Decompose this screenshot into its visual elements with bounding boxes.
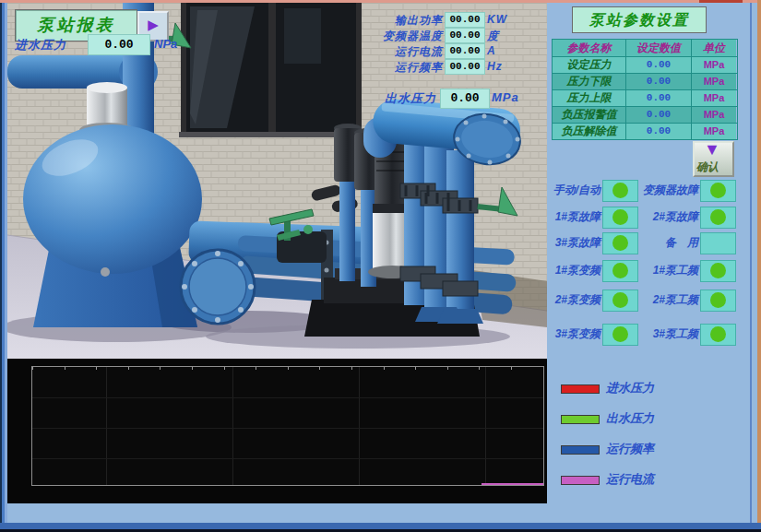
outlet-pressure-label: 出水压力 <box>326 90 436 107</box>
lamp-on <box>612 292 628 308</box>
settings-table: 参数名称 设定数值 单位 设定压力 0.00 MPa 压力下限 0.00 MPa… <box>552 39 738 140</box>
param-value[interactable]: 0.00 <box>626 74 692 89</box>
status-row: 3#泵变频 3#泵工频 <box>547 324 750 344</box>
param-name: 压力下限 <box>553 74 626 89</box>
trend-plot-area <box>31 366 544 486</box>
run-current-trace <box>482 483 543 485</box>
legend-swatch-current <box>561 476 600 485</box>
status-label-spare: 备 用 <box>636 232 698 253</box>
status-label-pump1-mains: 1#泵工频 <box>636 260 698 280</box>
settings-panel-title: 泵站参数设置 <box>572 6 707 33</box>
param-unit: MPa <box>692 90 736 106</box>
status-label-pump1-vfd: 1#泵变频 <box>547 260 600 280</box>
lamp-box-spare-empty <box>700 232 736 254</box>
status-label-vfd-fault: 变频器故障 <box>636 180 698 200</box>
lamp-on <box>710 263 726 278</box>
legend-item: 出水压力 <box>547 408 750 429</box>
table-row: 负压报警值 0.00 MPa <box>553 107 737 124</box>
lamp-box-pump1-vfd <box>602 260 638 282</box>
param-name: 压力上限 <box>553 90 626 106</box>
lamp-on <box>710 326 726 342</box>
lamp-box-pump3-mains <box>700 324 736 346</box>
param-unit: MPa <box>692 124 736 139</box>
lamp-on <box>612 326 628 342</box>
param-name: 负压报警值 <box>553 107 626 123</box>
lamp-on <box>612 235 628 251</box>
inlet-pressure-label: 进水压力 <box>15 37 66 53</box>
legend-label-frequency: 运行频率 <box>606 439 654 459</box>
param-value[interactable]: 0.00 <box>626 107 692 123</box>
lamp-on <box>612 183 628 198</box>
inverter-temp-label: 变频器温度 <box>332 29 443 44</box>
pipe-flange-cap <box>181 250 255 324</box>
inverter-temp-value: 00.00 <box>445 28 485 43</box>
lamp-box-pump3-vfd <box>602 324 638 346</box>
confirm-button-label: 确认 <box>696 160 719 175</box>
hmi-screen: 泵站报表 ▶ 进水压力 0.00 NPa 输出功率 00.00 KW 变频器温度… <box>0 0 761 532</box>
output-power-unit: KW <box>487 13 507 26</box>
lamp-box-pump1-mains <box>700 260 736 282</box>
legend-swatch-outlet <box>561 415 600 424</box>
table-row: 设定压力 0.00 MPa <box>553 57 737 74</box>
table-row: 压力上限 0.00 MPa <box>553 90 737 107</box>
status-label-pump3-vfd: 3#泵变频 <box>547 324 600 344</box>
param-unit: MPa <box>692 107 736 123</box>
legend-swatch-frequency <box>561 445 600 455</box>
run-current-unit: A <box>487 44 496 57</box>
status-label-pump2-vfd: 2#泵变频 <box>547 290 600 310</box>
discharge-pipes <box>400 139 483 324</box>
status-row: 3#泵故障 备 用 <box>547 232 750 253</box>
lamp-on <box>710 292 726 308</box>
param-value[interactable]: 0.00 <box>626 124 692 139</box>
status-label-pump2-fault: 2#泵故障 <box>636 207 698 227</box>
col-header-value: 设定数值 <box>626 40 692 56</box>
output-power-label: 输出功率 <box>332 13 443 29</box>
status-label-pump1-fault: 1#泵故障 <box>547 207 600 227</box>
lamp-box-pump3-fault <box>602 232 638 254</box>
col-header-unit: 单位 <box>692 40 736 56</box>
pressure-tank <box>23 124 202 274</box>
param-name: 设定压力 <box>553 57 626 73</box>
status-label-pump3-fault: 3#泵故障 <box>547 232 600 253</box>
status-label-manual-auto: 手动/自动 <box>547 180 600 200</box>
inlet-pressure-value: 0.00 <box>88 34 150 55</box>
legend-swatch-inlet <box>561 384 600 394</box>
output-power-value: 00.00 <box>445 12 485 28</box>
lamp-on <box>710 183 726 198</box>
run-frequency-unit: Hz <box>487 60 503 73</box>
run-frequency-value: 00.00 <box>445 59 485 75</box>
status-label-pump3-mains: 3#泵工频 <box>636 324 698 344</box>
lamp-on <box>612 263 628 278</box>
lamp-box-pump2-fault <box>700 207 736 229</box>
param-name: 负压解除值 <box>553 124 626 139</box>
param-value[interactable]: 0.00 <box>626 57 692 73</box>
lamp-box-pump2-vfd <box>602 290 638 312</box>
legend-item: 进水压力 <box>547 378 750 398</box>
param-value[interactable]: 0.00 <box>626 90 692 106</box>
lamp-box-vfd-fault <box>700 180 736 202</box>
status-row: 手动/自动 变频器故障 <box>547 180 750 200</box>
status-row: 1#泵变频 1#泵工频 <box>547 260 750 280</box>
frame-bottom-edge <box>0 523 761 532</box>
run-current-label: 运行电流 <box>332 44 443 60</box>
legend-label-inlet: 进水压力 <box>606 378 654 398</box>
outlet-pressure-unit: MPa <box>492 90 519 104</box>
panel-divider <box>750 3 752 523</box>
frame-right-edge <box>757 0 761 532</box>
col-header-name: 参数名称 <box>553 40 626 56</box>
lamp-on <box>612 209 628 225</box>
table-row: 压力下限 0.00 MPa <box>553 74 737 90</box>
table-row: 负压解除值 0.00 MPa <box>553 124 737 140</box>
confirm-button[interactable]: ▼ 确认 <box>693 141 734 177</box>
lamp-on <box>710 209 726 225</box>
outlet-pressure-value: 0.00 <box>440 89 490 109</box>
frame-left-edge <box>0 3 7 532</box>
legend-item: 运行频率 <box>547 439 750 459</box>
status-row: 2#泵变频 2#泵工频 <box>547 290 750 310</box>
lamp-box-manual-auto <box>602 180 638 202</box>
param-unit: MPa <box>692 74 736 89</box>
status-label-pump2-mains: 2#泵工频 <box>636 290 698 310</box>
status-row: 1#泵故障 2#泵故障 <box>547 207 750 227</box>
lamp-box-pump2-mains <box>700 290 736 312</box>
frame-top-edge <box>0 0 761 3</box>
